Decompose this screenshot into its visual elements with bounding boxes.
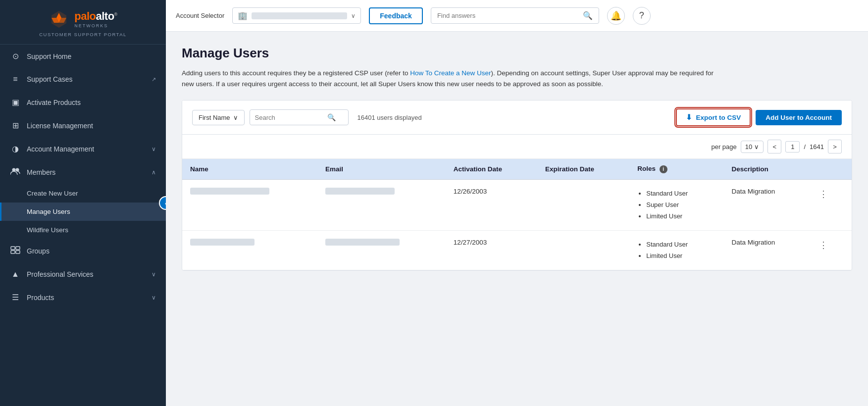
table-header-row: Name Email Activation Date Expiration Da… bbox=[182, 159, 852, 179]
cell-roles: Standard User Super User Limited User bbox=[629, 179, 723, 230]
column-header-roles: Roles i bbox=[629, 159, 723, 179]
user-email-blurred bbox=[325, 239, 400, 246]
sidebar-item-label: Create New User bbox=[27, 190, 78, 197]
help-button[interactable]: ? bbox=[633, 7, 651, 25]
table-row: 12/26/2003 Standard User Super User Limi… bbox=[182, 179, 852, 230]
cell-email bbox=[317, 230, 446, 270]
sidebar-item-license-management[interactable]: ⊞ License Management bbox=[0, 114, 166, 137]
sidebar-item-label: Professional Services bbox=[27, 270, 146, 278]
chevron-down-icon: ∨ bbox=[351, 12, 356, 19]
sidebar-item-account-management[interactable]: ◑ Account Management ∨ bbox=[0, 137, 166, 160]
sidebar-item-label: Groups bbox=[27, 247, 156, 255]
sidebar: paloalto® NETWORKS CUSTOMER SUPPORT PORT… bbox=[0, 0, 166, 406]
role-item: Limited User bbox=[646, 250, 715, 261]
members-icon bbox=[10, 167, 21, 177]
sidebar-item-groups[interactable]: Groups bbox=[0, 239, 166, 263]
sidebar-item-professional-services[interactable]: ▲ Professional Services ∨ bbox=[0, 263, 166, 286]
sidebar-item-label: Account Management bbox=[27, 145, 146, 153]
sidebar-subitem-manage-users[interactable]: Manage Users bbox=[0, 203, 166, 221]
svg-rect-6 bbox=[11, 247, 15, 250]
column-header-actions bbox=[808, 159, 852, 179]
paloalto-logo-icon bbox=[49, 9, 69, 30]
sidebar-item-label: Support Home bbox=[27, 52, 156, 60]
filter-dropdown[interactable]: First Name ∨ bbox=[192, 110, 245, 125]
cell-name bbox=[182, 230, 317, 270]
user-name-blurred bbox=[190, 239, 255, 246]
download-icon: ⬇ bbox=[686, 113, 692, 122]
sidebar-item-products[interactable]: ☰ Products ∨ bbox=[0, 286, 166, 309]
per-page-value: 10 bbox=[745, 143, 752, 151]
row-actions-button[interactable]: ⋮ bbox=[816, 188, 831, 201]
support-home-icon: ⊙ bbox=[10, 51, 21, 61]
license-management-icon: ⊞ bbox=[10, 121, 21, 130]
notification-button[interactable]: 🔔 bbox=[607, 7, 625, 25]
current-page-number[interactable]: 1 bbox=[785, 141, 800, 152]
column-header-expiration-date: Expiration Date bbox=[537, 159, 629, 179]
user-email-blurred bbox=[325, 188, 395, 195]
professional-services-icon: ▲ bbox=[10, 270, 21, 279]
account-selector-value bbox=[252, 12, 347, 19]
create-new-user-link[interactable]: How To Create a New User bbox=[410, 69, 491, 77]
search-icon: 🔍 bbox=[583, 11, 593, 20]
sidebar-item-label: Members bbox=[27, 168, 146, 176]
table-search-input-wrap[interactable]: 🔍 bbox=[250, 109, 349, 125]
help-icon: ? bbox=[639, 10, 644, 21]
chevron-down-icon: ∨ bbox=[152, 271, 156, 278]
cell-roles: Standard User Limited User bbox=[629, 230, 723, 270]
brand-name: paloalto® bbox=[74, 10, 117, 22]
roles-info-icon[interactable]: i bbox=[660, 165, 667, 173]
account-selector-label: Account Selector bbox=[176, 12, 224, 19]
table-toolbar: First Name ∨ 🔍 16401 users displayed ⬇ E… bbox=[182, 101, 852, 135]
account-selector-dropdown[interactable]: 🏢 ∨ bbox=[232, 7, 361, 24]
sidebar-subitem-wildfire-users[interactable]: Wildfire Users bbox=[0, 221, 166, 239]
cell-description: Data Migration bbox=[723, 179, 808, 230]
portal-label: CUSTOMER SUPPORT PORTAL bbox=[39, 32, 127, 37]
chevron-down-icon: ∨ bbox=[152, 146, 156, 152]
cell-description: Data Migration bbox=[723, 230, 808, 270]
total-pages: 1641 bbox=[810, 143, 824, 151]
next-page-button[interactable]: > bbox=[828, 140, 842, 153]
sidebar-subitem-create-new-user[interactable]: Create New User bbox=[0, 184, 166, 203]
search-icon: 🔍 bbox=[327, 113, 336, 121]
row-actions-button[interactable]: ⋮ bbox=[816, 239, 831, 252]
sidebar-item-support-home[interactable]: ⊙ Support Home bbox=[0, 45, 166, 68]
search-bar[interactable]: 🔍 bbox=[431, 7, 599, 24]
page-title: Manage Users bbox=[182, 46, 852, 61]
chevron-down-icon: ∨ bbox=[754, 143, 759, 151]
sidebar-item-activate-products[interactable]: ▣ Activate Products bbox=[0, 91, 166, 114]
sidebar-item-support-cases[interactable]: ≡ Support Cases ↗ bbox=[0, 68, 166, 91]
building-icon: 🏢 bbox=[238, 11, 248, 20]
per-page-select[interactable]: 10 ∨ bbox=[741, 141, 764, 153]
user-name-blurred bbox=[190, 188, 269, 195]
chevron-up-icon: ∧ bbox=[152, 169, 156, 176]
role-item: Standard User bbox=[646, 239, 715, 250]
cell-name bbox=[182, 179, 317, 230]
sidebar-item-label: Activate Products bbox=[27, 99, 156, 106]
cell-actions: ⋮ bbox=[808, 179, 852, 230]
search-input[interactable] bbox=[437, 12, 579, 19]
sidebar-item-label: Wildfire Users bbox=[27, 226, 68, 234]
add-user-to-account-button[interactable]: Add User to Account bbox=[756, 110, 842, 125]
users-table-card: First Name ∨ 🔍 16401 users displayed ⬇ E… bbox=[182, 100, 852, 270]
support-cases-icon: ≡ bbox=[10, 75, 21, 84]
chevron-down-icon: ∨ bbox=[233, 114, 238, 121]
page-separator: / bbox=[804, 143, 806, 151]
svg-rect-7 bbox=[16, 247, 20, 250]
cell-activation-date: 12/26/2003 bbox=[446, 179, 537, 230]
svg-rect-8 bbox=[11, 251, 15, 254]
prev-page-button[interactable]: < bbox=[767, 140, 781, 153]
cell-activation-date: 12/27/2003 bbox=[446, 230, 537, 270]
groups-icon bbox=[10, 246, 21, 256]
users-table: Name Email Activation Date Expiration Da… bbox=[182, 159, 852, 270]
page-description: Adding users to this account requires th… bbox=[182, 68, 726, 89]
external-link-icon: ↗ bbox=[152, 76, 156, 83]
cell-expiration-date bbox=[537, 179, 629, 230]
table-search-input[interactable] bbox=[255, 114, 324, 121]
export-to-csv-button[interactable]: ⬇ Export to CSV bbox=[676, 108, 751, 126]
sidebar-item-label: Manage Users bbox=[27, 208, 70, 215]
main-area: Account Selector 🏢 ∨ Feedback 🔍 🔔 ? Mana… bbox=[166, 0, 868, 406]
sidebar-item-members[interactable]: Members ∧ bbox=[0, 160, 166, 184]
sidebar-item-label: Products bbox=[27, 294, 146, 302]
feedback-button[interactable]: Feedback bbox=[369, 7, 423, 24]
role-item: Limited User bbox=[646, 210, 715, 222]
